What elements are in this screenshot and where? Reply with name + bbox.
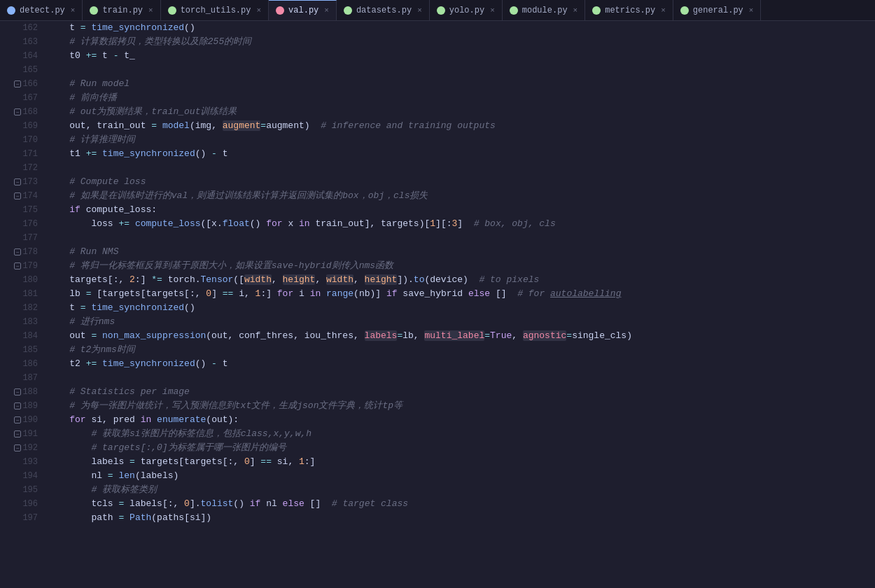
code-line-172: 172 (0, 161, 875, 175)
line-num-184: 184 (0, 331, 42, 341)
code-line-167: 167 # 前向传播 (0, 91, 875, 105)
tab-icon-train (90, 6, 98, 15)
line-content-172 (42, 161, 53, 175)
line-num-179: −179 (0, 261, 42, 271)
line-num-164: 164 (0, 51, 42, 61)
line-content-168: # out为预测结果，train_out训练结果 (42, 105, 237, 119)
line-content-178: # Run NMS (42, 245, 118, 259)
code-line-181: 181 lb = [targets[targets[:, 0] == i, 1:… (0, 287, 875, 301)
line-num-177: 177 (0, 233, 42, 243)
line-content-189: # 为每一张图片做统计，写入预测信息到txt文件，生成json文件字典，统计tp… (42, 399, 402, 413)
line-num-182: 182 (0, 303, 42, 313)
line-num-197: 197 (0, 513, 42, 523)
tab-icon-module (510, 6, 518, 15)
code-line-166: −166 # Run model (0, 77, 875, 91)
code-line-169: 169 out, train_out = model(img, augment=… (0, 119, 875, 133)
tab-label-train: train.py (102, 6, 143, 15)
line-content-190: for si, pred in enumerate(out): (42, 413, 239, 427)
line-num-172: 172 (0, 163, 42, 173)
tab-label-general: general.py (693, 6, 743, 15)
code-line-175: 175 if compute_loss: (0, 203, 875, 217)
tab-module[interactable]: module.py× (503, 0, 585, 20)
tab-close-detect[interactable]: × (71, 6, 76, 15)
line-num-181: 181 (0, 289, 42, 299)
code-line-164: 164 t0 += t - t_ (0, 49, 875, 63)
line-num-189: −189 (0, 401, 42, 411)
fold-btn-191[interactable]: − (14, 430, 21, 438)
line-content-170: # 计算推理时间 (42, 133, 135, 147)
fold-btn-166[interactable]: − (14, 80, 21, 88)
code-line-197: 197 path = Path(paths[si]) (0, 511, 875, 525)
line-content-191: # 获取第si张图片的标签信息，包括class,x,y,w,h (42, 427, 312, 441)
fold-btn-173[interactable]: − (14, 178, 21, 186)
fold-btn-178[interactable]: − (14, 248, 21, 255)
line-content-196: tcls = labels[:, 0].tolist() if nl else … (42, 497, 408, 511)
line-num-170: 170 (0, 135, 42, 145)
tab-metrics[interactable]: metrics.py× (585, 0, 673, 20)
line-content-171: t1 += time_synchronized() - t (42, 147, 228, 161)
tab-datasets[interactable]: datasets.py× (337, 0, 430, 20)
tab-close-datasets[interactable]: × (417, 6, 422, 15)
code-line-195: 195 # 获取标签类别 (0, 483, 875, 497)
fold-btn-190[interactable]: − (14, 416, 21, 424)
tab-label-datasets: datasets.py (356, 6, 412, 15)
tab-label-yolo: yolo.py (449, 6, 484, 15)
tab-close-val[interactable]: × (324, 6, 329, 15)
tab-close-general[interactable]: × (749, 6, 754, 15)
tab-label-module: module.py (522, 6, 568, 15)
tab-icon-datasets (344, 6, 352, 15)
tab-close-train[interactable]: × (148, 6, 153, 15)
tab-torch_utils[interactable]: torch_utils.py× (161, 0, 269, 20)
fold-btn-192[interactable]: − (14, 444, 21, 451)
tab-label-torch_utils: torch_utils.py (181, 6, 251, 15)
code-line-176: 176 loss += compute_loss([x.float() for … (0, 217, 875, 231)
line-num-180: 180 (0, 275, 42, 285)
code-line-190: −190 for si, pred in enumerate(out): (0, 413, 875, 427)
tab-general[interactable]: general.py× (673, 0, 762, 20)
line-num-196: 196 (0, 499, 42, 509)
line-num-193: 193 (0, 457, 42, 467)
fold-btn-188[interactable]: − (14, 388, 21, 396)
tab-close-torch_utils[interactable]: × (256, 6, 261, 15)
line-content-195: # 获取标签类别 (42, 483, 157, 497)
code-line-179: −179 # 将归一化标签框反算到基于原图大小，如果设置save-hybrid则… (0, 259, 875, 273)
code-lines: 162 t = time_synchronized() 163 # 计算数据拷贝… (0, 21, 875, 525)
tab-icon-yolo (437, 6, 445, 15)
fold-btn-189[interactable]: − (14, 402, 21, 410)
line-num-171: 171 (0, 149, 42, 159)
line-num-190: −190 (0, 415, 42, 425)
tab-yolo[interactable]: yolo.py× (430, 0, 503, 20)
tab-close-metrics[interactable]: × (661, 6, 666, 15)
tab-detect[interactable]: detect.py× (0, 0, 83, 20)
line-content-188: # Statistics per image (42, 385, 190, 399)
line-content-183: # 进行nms (42, 315, 115, 329)
line-num-192: −192 (0, 443, 42, 453)
code-line-189: −189 # 为每一张图片做统计，写入预测信息到txt文件，生成json文件字典… (0, 399, 875, 413)
code-line-196: 196 tcls = labels[:, 0].tolist() if nl e… (0, 497, 875, 511)
code-line-171: 171 t1 += time_synchronized() - t (0, 147, 875, 161)
line-num-191: −191 (0, 429, 42, 439)
code-line-192: −192 # targets[:,0]为标签属于哪一张图片的编号 (0, 441, 875, 455)
code-line-191: −191 # 获取第si张图片的标签信息，包括class,x,y,w,h (0, 427, 875, 441)
line-num-167: 167 (0, 93, 42, 103)
tab-train[interactable]: train.py× (83, 0, 160, 20)
code-area[interactable]: 162 t = time_synchronized() 163 # 计算数据拷贝… (0, 21, 875, 588)
code-line-174: −174 # 如果是在训练时进行的val，则通过训练结果计算并返回测试集的box… (0, 189, 875, 203)
line-content-174: # 如果是在训练时进行的val，则通过训练结果计算并返回测试集的box，obj，… (42, 189, 428, 203)
code-line-173: −173 # Compute loss (0, 175, 875, 189)
code-line-187: 187 (0, 371, 875, 385)
tab-close-module[interactable]: × (573, 6, 578, 15)
fold-btn-168[interactable]: − (14, 108, 21, 115)
tab-val[interactable]: val.py× (269, 0, 337, 20)
tab-close-yolo[interactable]: × (490, 6, 495, 15)
code-line-177: 177 (0, 231, 875, 245)
line-num-163: 163 (0, 37, 42, 47)
line-content-181: lb = [targets[targets[:, 0] == i, 1:] fo… (42, 287, 621, 301)
fold-btn-179[interactable]: − (14, 262, 21, 270)
tab-icon-metrics (592, 6, 601, 15)
line-content-166: # Run model (42, 77, 130, 91)
fold-btn-174[interactable]: − (14, 192, 21, 200)
line-content-162: t = time_synchronized() (42, 21, 195, 35)
code-line-193: 193 labels = targets[targets[:, 0] == si… (0, 455, 875, 469)
editor: 162 t = time_synchronized() 163 # 计算数据拷贝… (0, 21, 875, 588)
